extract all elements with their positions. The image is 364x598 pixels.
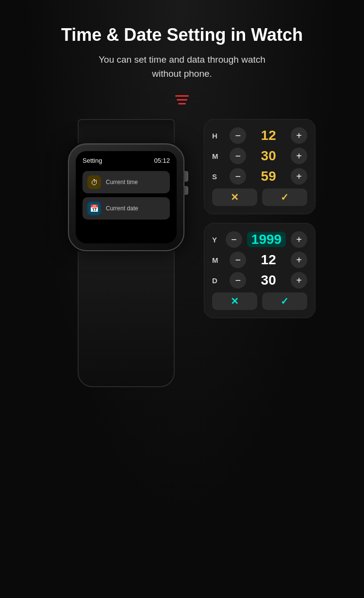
day-minus-button[interactable]: −: [230, 272, 246, 289]
time-cancel-button[interactable]: ✕: [212, 188, 257, 206]
menu-line-1: [175, 95, 189, 97]
time-panel-actions: ✕ ✓: [212, 188, 307, 206]
watch-band-top: [78, 119, 175, 143]
hours-value: 12: [255, 128, 282, 143]
date-cancel-button[interactable]: ✕: [212, 292, 257, 310]
minutes-value: 30: [255, 148, 282, 164]
watch-crown-button-2[interactable]: [183, 186, 188, 195]
date-confirm-button[interactable]: ✓: [262, 292, 307, 310]
day-plus-button[interactable]: +: [291, 272, 307, 289]
watch-time-display: 05:12: [154, 157, 170, 164]
time-row-minutes: M − 30 +: [212, 148, 307, 164]
date-panel-actions: ✕ ✓: [212, 292, 307, 310]
date-row-day: D − 30 +: [212, 272, 307, 289]
panels-column: H − 12 + M − 30 + S − 59 +: [204, 119, 315, 318]
seconds-plus-button[interactable]: +: [291, 168, 307, 185]
watch-body: Setting 05:12 ⏱ Current time 📅 Current d…: [68, 143, 184, 251]
minutes-plus-button[interactable]: +: [291, 148, 307, 164]
menu-icon: [175, 95, 189, 104]
date-cancel-x-icon: ✕: [231, 295, 239, 307]
main-content: Setting 05:12 ⏱ Current time 📅 Current d…: [0, 114, 364, 387]
month-label: M: [212, 256, 221, 264]
menu-line-2: [177, 99, 187, 101]
date-row-month: M − 12 +: [212, 252, 307, 268]
year-minus-button[interactable]: −: [226, 231, 242, 248]
hours-minus-button[interactable]: −: [230, 127, 246, 144]
time-confirm-button[interactable]: ✓: [262, 188, 307, 206]
current-time-label: Current time: [106, 179, 138, 186]
day-value: 30: [255, 273, 282, 288]
year-label: Y: [212, 236, 221, 244]
minutes-minus-button[interactable]: −: [230, 148, 246, 164]
year-value: 1999: [247, 232, 286, 247]
menu-line-3: [178, 103, 186, 104]
watch-band-bottom: [78, 251, 175, 387]
watch-container: Setting 05:12 ⏱ Current time 📅 Current d…: [49, 119, 204, 387]
watch-menu-item-time[interactable]: ⏱ Current time: [83, 171, 170, 193]
date-row-year: Y − 1999 +: [212, 231, 307, 248]
time-row-hours: H − 12 +: [212, 127, 307, 144]
watch-screen-header: Setting 05:12: [83, 157, 170, 164]
subtitle: You can set time and data through watchw…: [61, 53, 303, 81]
page-container: Time & Date Setting in Watch You can set…: [0, 0, 364, 598]
setting-label: Setting: [83, 157, 102, 164]
month-plus-button[interactable]: +: [291, 252, 307, 268]
watch-band-top-wrap: [78, 119, 175, 143]
current-date-label: Current date: [106, 205, 138, 212]
watch-crown-button-1[interactable]: [183, 171, 188, 182]
hours-plus-button[interactable]: +: [291, 127, 307, 144]
date-setting-panel: Y − 1999 + M − 12 + D − 30 +: [204, 223, 315, 318]
minutes-label: M: [212, 152, 221, 160]
cancel-x-icon: ✕: [231, 191, 239, 203]
watch-screen: Setting 05:12 ⏱ Current time 📅 Current d…: [76, 151, 177, 243]
year-plus-button[interactable]: +: [291, 231, 307, 248]
time-row-seconds: S − 59 +: [212, 168, 307, 185]
month-minus-button[interactable]: −: [230, 252, 246, 268]
seconds-minus-button[interactable]: −: [230, 168, 246, 185]
page-title: Time & Date Setting in Watch: [61, 24, 303, 45]
header-section: Time & Date Setting in Watch You can set…: [42, 24, 322, 81]
current-time-icon: ⏱: [87, 175, 101, 189]
month-value: 12: [255, 252, 282, 268]
seconds-value: 59: [255, 169, 282, 184]
hours-label: H: [212, 132, 221, 140]
day-label: D: [212, 276, 221, 285]
watch-menu-item-date[interactable]: 📅 Current date: [83, 197, 170, 220]
seconds-label: S: [212, 172, 221, 181]
date-confirm-check-icon: ✓: [281, 295, 289, 307]
current-date-icon: 📅: [87, 202, 101, 215]
confirm-check-icon: ✓: [281, 191, 289, 203]
time-setting-panel: H − 12 + M − 30 + S − 59 +: [204, 119, 315, 214]
